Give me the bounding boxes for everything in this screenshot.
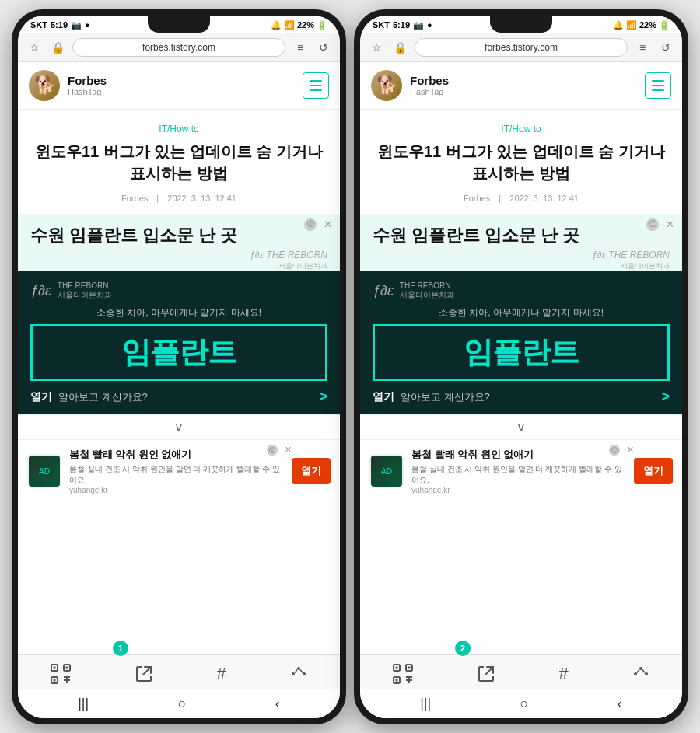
bottom-ad-close[interactable]: ✕ xyxy=(285,445,292,455)
battery-text-2: 22% xyxy=(639,20,656,30)
recent-apps-button[interactable]: ||| xyxy=(78,696,89,712)
back-button[interactable]: ☆ xyxy=(26,39,43,56)
phone-1: SKT 5:19 📷 ● 🔔 📶 22% 🔋 ☆ 🔒 forbes.tistor… xyxy=(12,9,346,724)
big-ad-arrow-icon[interactable]: > xyxy=(319,389,327,405)
nav-hashtag-2[interactable]: # xyxy=(559,664,569,684)
camera-icon: 📷 xyxy=(71,20,82,30)
svg-line-28 xyxy=(637,669,639,672)
lock-icon-2: 🔒 xyxy=(391,39,408,56)
article-author: Forbes xyxy=(121,194,148,203)
page-content: 🐕 Forbes HashTag IT/How to 윈도우11 버그가 있는 … xyxy=(18,62,340,654)
big-ad-title-box-2: 임플란트 xyxy=(373,324,670,381)
nav-scan[interactable] xyxy=(50,663,72,685)
ad-close-button-2[interactable]: ✕ xyxy=(666,218,674,230)
dot-icon-2: ● xyxy=(427,20,432,30)
svg-rect-3 xyxy=(53,666,55,668)
bottom-ad-content: 봄철 빨래 악취 원인 없애기 봄철 실내 건조 시 악취 원인을 알면 더 깨… xyxy=(69,448,284,494)
collapse-button-2[interactable]: ∨ xyxy=(360,414,682,439)
article-title-2[interactable]: 윈도우11 버그가 있는 업데이트 숨 기거나 표시하는 방법 xyxy=(373,141,670,184)
ad-logo-text: ƒ∂ε THE REBORN 서울다이본치과 xyxy=(250,250,327,271)
collapse-button[interactable]: ∨ xyxy=(18,414,340,439)
site-logo-2: 🐕 Forbes HashTag xyxy=(371,70,449,101)
nav-more[interactable] xyxy=(289,665,308,683)
page-content-2: 🐕 Forbes HashTag IT/How to 윈도우11 버그가 있는 … xyxy=(360,62,682,654)
site-name-main-2: Forbes xyxy=(410,74,449,87)
big-ad-arrow-icon-2[interactable]: > xyxy=(661,389,670,405)
big-ad-open-text-2[interactable]: 열기 xyxy=(373,390,394,404)
carrier-text: SKT xyxy=(30,20,47,30)
ad-section-1[interactable]: ⓘ ✕ 수원 임플란트 입소문 난 곳 ƒ∂ε THE REBORN 서울다이본… xyxy=(18,214,340,271)
android-nav: ||| ○ ‹ xyxy=(18,689,340,718)
dog-avatar-2: 🐕 xyxy=(371,70,402,101)
tabs-button-2[interactable]: ≡ xyxy=(634,39,651,56)
svg-line-14 xyxy=(300,669,303,672)
back-button-2[interactable]: ☆ xyxy=(368,39,385,56)
back-button-android[interactable]: ‹ xyxy=(275,696,280,712)
time-text-2: 5:19 xyxy=(393,20,410,30)
hamburger-menu[interactable] xyxy=(303,72,329,99)
android-nav-2: ||| ○ ‹ xyxy=(360,689,682,718)
article-meta: Forbes | 2022. 3. 13. 12:41 xyxy=(30,194,327,203)
big-ad-title-box: 임플란트 xyxy=(30,324,327,381)
svg-rect-5 xyxy=(53,679,55,681)
hamburger-menu-2[interactable] xyxy=(645,72,671,99)
signal-icon-2: 📶 xyxy=(626,20,637,30)
step-badge-1: 1 xyxy=(113,641,128,656)
bottom-ad-open-button[interactable]: 열기 xyxy=(292,458,331,484)
nav-share-2[interactable] xyxy=(477,665,495,683)
big-ad-open-text[interactable]: 열기 xyxy=(30,390,52,404)
browser-toolbar-2: ☆ 🔒 forbes.tistory.com ≡ ↺ xyxy=(360,33,682,61)
url-bar[interactable]: forbes.tistory.com xyxy=(72,38,285,57)
ad-close-button[interactable]: ✕ xyxy=(324,218,332,230)
bottom-ad-thumbnail-2: AD xyxy=(369,454,404,488)
svg-point-26 xyxy=(639,667,642,670)
home-button-2[interactable]: ○ xyxy=(520,696,529,712)
browser-chrome-2: ☆ 🔒 forbes.tistory.com ≡ ↺ xyxy=(360,33,682,62)
bottom-nav-2: # xyxy=(360,654,682,689)
big-ad-cta-sub-2: 알아보고 계신가요? xyxy=(401,390,655,404)
ad-main-text-2: 수원 임플란트 입소문 난 곳 xyxy=(373,225,670,247)
svg-rect-20 xyxy=(395,679,397,681)
avatar-2: 🐕 xyxy=(371,70,402,101)
camera-notch-2 xyxy=(490,16,552,33)
recent-apps-button-2[interactable]: ||| xyxy=(420,696,431,712)
dog-avatar: 🐕 xyxy=(29,70,60,101)
thumbnail-image-2: AD xyxy=(371,456,402,487)
bottom-ad-open-button-2[interactable]: 열기 xyxy=(634,458,673,484)
site-header-2: 🐕 Forbes HashTag xyxy=(360,62,682,110)
svg-line-9 xyxy=(143,667,151,675)
nav-more-2[interactable] xyxy=(632,665,650,683)
nav-share[interactable] xyxy=(135,665,153,683)
refresh-button-2[interactable]: ↺ xyxy=(657,39,674,56)
big-ad-subtitle-2: 소중한 치아, 아무에게나 맡기지 마세요! xyxy=(373,306,670,319)
svg-rect-18 xyxy=(395,666,397,668)
nav-scan-2[interactable] xyxy=(392,663,414,685)
article-title[interactable]: 윈도우11 버그가 있는 업데이트 숨 기거나 표시하는 방법 xyxy=(30,141,327,184)
bottom-ad[interactable]: ⓘ ✕ AD 봄철 빨래 악취 원인 없애기 봄철 실내 건조 시 악취 원인을… xyxy=(18,439,340,502)
big-ad-main-text: 임플란트 xyxy=(42,333,316,372)
big-ad-banner[interactable]: ƒ∂ε THE REBORN 서울다이본치과 소중한 치아, 아무에게나 맡기지… xyxy=(18,271,340,414)
big-ad-logo-row: ƒ∂ε THE REBORN 서울다이본치과 xyxy=(30,281,327,300)
browser-chrome: ☆ 🔒 forbes.tistory.com ≡ ↺ xyxy=(18,33,340,62)
site-name-block: Forbes HashTag xyxy=(68,74,107,96)
article-section-2: IT/How to 윈도우11 버그가 있는 업데이트 숨 기거나 표시하는 방… xyxy=(360,110,682,214)
svg-rect-4 xyxy=(65,666,68,668)
ad-info-badge-2: ⓘ xyxy=(646,218,659,231)
bottom-ad-close-2[interactable]: ✕ xyxy=(627,445,634,455)
status-left: SKT 5:19 📷 ● xyxy=(30,20,90,30)
status-right-2: 🔔 📶 22% 🔋 xyxy=(613,20,670,30)
url-bar-2[interactable]: forbes.tistory.com xyxy=(415,38,628,57)
ad-section-1-2[interactable]: ⓘ ✕ 수원 임플란트 입소문 난 곳 ƒ∂ε THE REBORN 서울다이본… xyxy=(360,214,682,271)
carrier-text-2: SKT xyxy=(373,20,390,30)
big-ad-cta-row: 열기 알아보고 계신가요? > xyxy=(30,389,327,405)
tabs-button[interactable]: ≡ xyxy=(292,39,309,56)
svg-line-24 xyxy=(485,667,493,675)
back-button-android-2[interactable]: ‹ xyxy=(618,696,622,712)
refresh-button[interactable]: ↺ xyxy=(315,39,332,56)
home-button[interactable]: ○ xyxy=(178,696,187,712)
big-ad-banner-2[interactable]: ƒ∂ε THE REBORN 서울다이본치과 소중한 치아, 아무에게나 맡기지… xyxy=(360,271,682,414)
share-icon xyxy=(135,665,153,683)
nav-hashtag[interactable]: # xyxy=(217,664,226,684)
battery-text: 22% xyxy=(297,20,314,30)
bottom-ad-2[interactable]: ⓘ ✕ AD 봄철 빨래 악취 원인 없애기 봄철 실내 건조 시 악취 원인을… xyxy=(360,439,682,502)
